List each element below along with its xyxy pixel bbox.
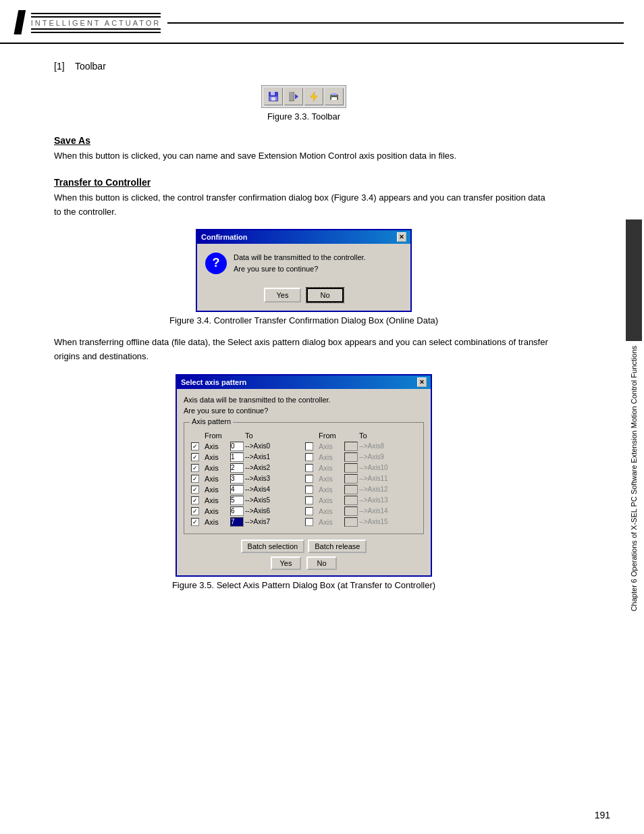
sap-checkbox-left[interactable]: ✓ — [191, 475, 199, 483]
sap-from-input[interactable] — [230, 485, 244, 494]
confirmation-titlebar: Confirmation ✕ — [197, 230, 410, 244]
sap-batch-row: Batch selection Batch release — [184, 540, 424, 553]
sap-from-input-right[interactable] — [344, 463, 358, 473]
toolbar-figure: Figure 3.3. Toolbar — [54, 85, 554, 122]
figure-3-5-caption: Figure 3.5. Select Axis Pattern Dialog B… — [172, 580, 435, 590]
sap-from-input[interactable] — [230, 517, 244, 527]
svg-rect-6 — [289, 92, 294, 101]
sap-col-to2: To — [359, 432, 400, 440]
sap-checkbox-left[interactable]: ✓ — [191, 464, 199, 472]
sap-checkbox-left[interactable]: ✓ — [191, 486, 199, 494]
confirmation-yes-button[interactable]: Yes — [264, 288, 301, 303]
sap-checkbox-right[interactable] — [305, 464, 313, 472]
sap-checkbox-left[interactable]: ✓ — [191, 453, 199, 461]
sap-from-input[interactable] — [230, 496, 244, 505]
sap-from-input-right[interactable] — [344, 506, 358, 516]
sap-from-input-right[interactable] — [344, 496, 358, 505]
section-title: [1] Toolbar — [54, 61, 554, 72]
sap-axis-row: ✓ Axis -->Axis5 Axis -->Axis13 — [190, 496, 418, 505]
confirmation-close-button[interactable]: ✕ — [397, 232, 406, 242]
sap-axis-row: ✓ Axis -->Axis6 Axis -->Axis14 — [190, 506, 418, 516]
sap-checkbox-left[interactable]: ✓ — [191, 507, 199, 515]
main-content: [1] Toolbar Figure 3.3. Toolbar Save As … — [0, 47, 587, 614]
sidebar-dark-block — [626, 219, 642, 341]
transfer-toolbar-btn[interactable] — [284, 88, 303, 105]
sap-checkbox-left[interactable]: ✓ — [191, 442, 199, 450]
logo-icon: // — [14, 7, 24, 39]
confirmation-icon: ? — [205, 253, 227, 274]
confirmation-dialog-figure: Confirmation ✕ ? Data will be transmitte… — [54, 229, 554, 336]
transfer-body: When this button is clicked, the control… — [54, 191, 554, 219]
sap-axis-row: ✓ Axis -->Axis3 Axis -->Axis11 — [190, 474, 418, 484]
sap-rows: ✓ Axis -->Axis0 Axis -->Axis8 ✓ Axis -->… — [190, 442, 418, 527]
sap-checkbox-left[interactable]: ✓ — [191, 496, 199, 504]
save-as-body: When this button is clicked, you can nam… — [54, 149, 554, 163]
transfer-heading: Transfer to Controller — [54, 177, 554, 188]
sap-axis-row: ✓ Axis -->Axis1 Axis -->Axis9 — [190, 452, 418, 462]
svg-rect-10 — [331, 93, 337, 95]
sap-axis-row: ✓ Axis -->Axis4 Axis -->Axis12 — [190, 485, 418, 494]
right-sidebar: Chapter 6 Operations of X-SEL PC Softwar… — [624, 0, 644, 834]
batch-release-button[interactable]: Batch release — [308, 540, 367, 553]
header-line — [167, 22, 630, 24]
svg-rect-12 — [330, 95, 331, 97]
sap-from-input[interactable] — [230, 463, 244, 473]
sap-message: Axis data will be transmitted to the con… — [184, 394, 424, 417]
sap-from-input[interactable] — [230, 452, 244, 462]
sap-axis-row: ✓ Axis -->Axis7 Axis -->Axis15 — [190, 517, 418, 527]
lightning-toolbar-btn[interactable] — [304, 88, 323, 105]
print-toolbar-btn[interactable] — [325, 88, 344, 105]
sap-checkbox-right[interactable] — [305, 518, 313, 526]
sap-dialog-figure: Select axis pattern ✕ Axis data will be … — [54, 374, 554, 600]
sap-from-input-right[interactable] — [344, 474, 358, 484]
save-toolbar-btn[interactable] — [264, 88, 283, 105]
sap-col-from1: From — [205, 432, 230, 440]
confirmation-no-button[interactable]: No — [306, 288, 344, 303]
sap-col-to1: To — [245, 432, 286, 440]
figure-3-4-caption: Figure 3.4. Controller Transfer Confirma… — [169, 315, 438, 325]
transfer-section: Transfer to Controller When this button … — [54, 177, 554, 219]
logo-area: // INTELLIGENT ACTUATOR — [14, 7, 161, 39]
sap-from-input-right[interactable] — [344, 442, 358, 451]
toolbar-icons — [261, 85, 346, 108]
confirmation-text: Data will be transmitted to the controll… — [234, 252, 366, 274]
logo-text: INTELLIGENT ACTUATOR — [31, 16, 161, 30]
sap-checkbox-right[interactable] — [305, 486, 313, 494]
confirmation-buttons: Yes No — [197, 282, 410, 311]
svg-rect-1 — [271, 92, 275, 95]
sap-from-input-right[interactable] — [344, 517, 358, 527]
sap-from-input-right[interactable] — [344, 452, 358, 462]
sap-close-button[interactable]: ✕ — [417, 377, 427, 387]
sap-from-input[interactable] — [230, 474, 244, 484]
sap-yes-button[interactable]: Yes — [271, 556, 301, 570]
offline-text: When transferring offline data (file dat… — [54, 336, 554, 364]
sap-no-button[interactable]: No — [306, 556, 337, 570]
toolbar-figure-caption: Figure 3.3. Toolbar — [267, 111, 340, 122]
svg-rect-3 — [271, 97, 275, 101]
sap-axis-row: ✓ Axis -->Axis0 Axis -->Axis8 — [190, 442, 418, 451]
save-as-heading: Save As — [54, 135, 554, 146]
page-number: 191 — [595, 810, 610, 820]
sap-col-from2: From — [319, 432, 344, 440]
sap-ok-row: Yes No — [184, 556, 424, 570]
sap-checkbox-left[interactable]: ✓ — [191, 518, 199, 526]
svg-marker-8 — [311, 92, 317, 101]
sap-from-input[interactable] — [230, 506, 244, 516]
batch-selection-button[interactable]: Batch selection — [241, 540, 305, 553]
sap-from-input-right[interactable] — [344, 485, 358, 494]
confirmation-dialog: Confirmation ✕ ? Data will be transmitte… — [196, 229, 412, 312]
svg-rect-11 — [331, 97, 337, 100]
sap-group-legend: Axis pattern — [190, 417, 233, 425]
sap-checkbox-right[interactable] — [305, 453, 313, 461]
sap-checkbox-right[interactable] — [305, 507, 313, 515]
sidebar-text: Chapter 6 Operations of X-SEL PC Softwar… — [630, 342, 638, 615]
sap-checkbox-right[interactable] — [305, 496, 313, 504]
confirmation-body: ? Data will be transmitted to the contro… — [197, 244, 410, 282]
page-header: // INTELLIGENT ACTUATOR — [0, 0, 644, 44]
sap-from-input[interactable] — [230, 442, 244, 451]
sap-body: Axis data will be transmitted to the con… — [177, 389, 431, 575]
sap-titlebar: Select axis pattern ✕ — [177, 375, 431, 389]
sap-checkbox-right[interactable] — [305, 442, 313, 450]
sap-axis-group: Axis pattern From To From — [184, 422, 424, 534]
sap-checkbox-right[interactable] — [305, 475, 313, 483]
